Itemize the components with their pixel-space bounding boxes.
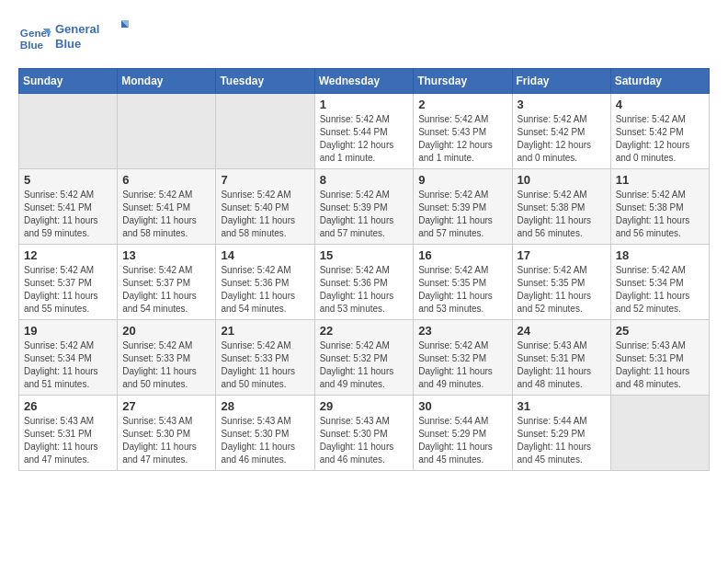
svg-text:Blue: Blue — [20, 39, 44, 51]
svg-text:General: General — [55, 22, 99, 36]
day-info: Sunrise: 5:42 AM Sunset: 5:39 PM Dayligh… — [418, 189, 506, 240]
calendar-cell: 29Sunrise: 5:43 AM Sunset: 5:30 PM Dayli… — [314, 396, 414, 471]
day-number: 11 — [616, 173, 704, 187]
calendar-cell — [216, 94, 314, 169]
calendar-cell — [610, 396, 709, 471]
day-number: 3 — [518, 98, 606, 111]
day-info: Sunrise: 5:42 AM Sunset: 5:34 PM Dayligh… — [24, 339, 112, 391]
day-number: 31 — [518, 399, 606, 413]
calendar-cell: 20Sunrise: 5:42 AM Sunset: 5:33 PM Dayli… — [118, 320, 216, 396]
day-info: Sunrise: 5:42 AM Sunset: 5:41 PM Dayligh… — [24, 189, 112, 240]
day-info: Sunrise: 5:42 AM Sunset: 5:39 PM Dayligh… — [320, 189, 409, 240]
day-number: 25 — [616, 324, 704, 338]
calendar-cell: 8Sunrise: 5:42 AM Sunset: 5:39 PM Daylig… — [314, 169, 414, 245]
calendar-cell: 24Sunrise: 5:43 AM Sunset: 5:31 PM Dayli… — [512, 320, 610, 396]
calendar-cell: 10Sunrise: 5:42 AM Sunset: 5:38 PM Dayli… — [512, 169, 610, 245]
day-number: 23 — [418, 324, 506, 338]
day-info: Sunrise: 5:42 AM Sunset: 5:37 PM Dayligh… — [24, 264, 112, 316]
calendar-week-row: 12Sunrise: 5:42 AM Sunset: 5:37 PM Dayli… — [19, 245, 710, 320]
calendar-week-row: 1Sunrise: 5:42 AM Sunset: 5:44 PM Daylig… — [19, 94, 710, 169]
day-number: 18 — [616, 248, 704, 262]
calendar-cell — [118, 94, 216, 169]
day-number: 1 — [320, 98, 409, 111]
day-number: 12 — [24, 248, 112, 262]
day-number: 13 — [122, 248, 210, 262]
day-info: Sunrise: 5:43 AM Sunset: 5:30 PM Dayligh… — [122, 415, 210, 466]
calendar-cell: 7Sunrise: 5:42 AM Sunset: 5:40 PM Daylig… — [216, 169, 314, 245]
calendar-cell: 31Sunrise: 5:44 AM Sunset: 5:29 PM Dayli… — [512, 396, 610, 471]
day-info: Sunrise: 5:43 AM Sunset: 5:30 PM Dayligh… — [320, 415, 409, 466]
calendar-cell: 25Sunrise: 5:43 AM Sunset: 5:31 PM Dayli… — [610, 320, 709, 396]
calendar-cell: 3Sunrise: 5:42 AM Sunset: 5:42 PM Daylig… — [512, 94, 610, 169]
calendar-cell: 28Sunrise: 5:43 AM Sunset: 5:30 PM Dayli… — [216, 396, 314, 471]
calendar-cell: 27Sunrise: 5:43 AM Sunset: 5:30 PM Dayli… — [118, 396, 216, 471]
day-info: Sunrise: 5:42 AM Sunset: 5:40 PM Dayligh… — [221, 189, 309, 240]
day-number: 9 — [418, 173, 506, 187]
day-info: Sunrise: 5:42 AM Sunset: 5:35 PM Dayligh… — [518, 264, 606, 316]
svg-text:General: General — [20, 27, 51, 39]
day-info: Sunrise: 5:43 AM Sunset: 5:31 PM Dayligh… — [616, 339, 704, 391]
day-info: Sunrise: 5:42 AM Sunset: 5:33 PM Dayligh… — [122, 339, 210, 391]
weekday-header-sunday: Sunday — [19, 69, 118, 94]
day-number: 17 — [518, 248, 606, 262]
logo-svg: General Blue — [55, 18, 129, 55]
day-info: Sunrise: 5:42 AM Sunset: 5:32 PM Dayligh… — [418, 339, 506, 391]
logo-icon: General Blue — [18, 22, 51, 55]
day-info: Sunrise: 5:42 AM Sunset: 5:33 PM Dayligh… — [221, 339, 309, 391]
day-info: Sunrise: 5:43 AM Sunset: 5:31 PM Dayligh… — [518, 339, 606, 391]
calendar-week-row: 26Sunrise: 5:43 AM Sunset: 5:31 PM Dayli… — [19, 396, 710, 471]
calendar-table: SundayMondayTuesdayWednesdayThursdayFrid… — [18, 68, 710, 471]
day-number: 22 — [320, 324, 409, 338]
day-info: Sunrise: 5:44 AM Sunset: 5:29 PM Dayligh… — [418, 415, 506, 466]
day-number: 14 — [221, 248, 309, 262]
calendar-cell: 30Sunrise: 5:44 AM Sunset: 5:29 PM Dayli… — [414, 396, 512, 471]
day-info: Sunrise: 5:42 AM Sunset: 5:41 PM Dayligh… — [122, 189, 210, 240]
calendar-cell: 17Sunrise: 5:42 AM Sunset: 5:35 PM Dayli… — [512, 245, 610, 320]
day-number: 15 — [320, 248, 409, 262]
day-info: Sunrise: 5:42 AM Sunset: 5:38 PM Dayligh… — [616, 189, 704, 240]
day-number: 10 — [518, 173, 606, 187]
day-info: Sunrise: 5:42 AM Sunset: 5:36 PM Dayligh… — [320, 264, 409, 316]
calendar-cell: 6Sunrise: 5:42 AM Sunset: 5:41 PM Daylig… — [118, 169, 216, 245]
day-number: 20 — [122, 324, 210, 338]
calendar-cell: 14Sunrise: 5:42 AM Sunset: 5:36 PM Dayli… — [216, 245, 314, 320]
day-number: 8 — [320, 173, 409, 187]
day-info: Sunrise: 5:42 AM Sunset: 5:38 PM Dayligh… — [518, 189, 606, 240]
calendar-cell: 19Sunrise: 5:42 AM Sunset: 5:34 PM Dayli… — [19, 320, 118, 396]
calendar-week-row: 19Sunrise: 5:42 AM Sunset: 5:34 PM Dayli… — [19, 320, 710, 396]
logo: General Blue General Blue — [18, 18, 129, 59]
weekday-header-tuesday: Tuesday — [216, 69, 314, 94]
day-number: 26 — [24, 399, 112, 413]
calendar-cell: 5Sunrise: 5:42 AM Sunset: 5:41 PM Daylig… — [19, 169, 118, 245]
day-number: 5 — [24, 173, 112, 187]
calendar-cell: 1Sunrise: 5:42 AM Sunset: 5:44 PM Daylig… — [314, 94, 414, 169]
day-info: Sunrise: 5:42 AM Sunset: 5:32 PM Dayligh… — [320, 339, 409, 391]
calendar-cell: 23Sunrise: 5:42 AM Sunset: 5:32 PM Dayli… — [414, 320, 512, 396]
day-number: 30 — [418, 399, 506, 413]
day-info: Sunrise: 5:44 AM Sunset: 5:29 PM Dayligh… — [518, 415, 606, 466]
day-info: Sunrise: 5:43 AM Sunset: 5:30 PM Dayligh… — [221, 415, 309, 466]
calendar-cell: 21Sunrise: 5:42 AM Sunset: 5:33 PM Dayli… — [216, 320, 314, 396]
day-info: Sunrise: 5:42 AM Sunset: 5:37 PM Dayligh… — [122, 264, 210, 316]
day-number: 27 — [122, 399, 210, 413]
calendar-cell: 16Sunrise: 5:42 AM Sunset: 5:35 PM Dayli… — [414, 245, 512, 320]
day-number: 24 — [518, 324, 606, 338]
day-info: Sunrise: 5:42 AM Sunset: 5:35 PM Dayligh… — [418, 264, 506, 316]
calendar-cell: 13Sunrise: 5:42 AM Sunset: 5:37 PM Dayli… — [118, 245, 216, 320]
day-number: 7 — [221, 173, 309, 187]
svg-text:Blue: Blue — [55, 37, 81, 51]
day-info: Sunrise: 5:43 AM Sunset: 5:31 PM Dayligh… — [24, 415, 112, 466]
calendar-cell: 9Sunrise: 5:42 AM Sunset: 5:39 PM Daylig… — [414, 169, 512, 245]
day-number: 21 — [221, 324, 309, 338]
calendar-cell: 26Sunrise: 5:43 AM Sunset: 5:31 PM Dayli… — [19, 396, 118, 471]
weekday-header-thursday: Thursday — [414, 69, 512, 94]
day-info: Sunrise: 5:42 AM Sunset: 5:42 PM Dayligh… — [518, 113, 606, 165]
day-number: 16 — [418, 248, 506, 262]
day-info: Sunrise: 5:42 AM Sunset: 5:34 PM Dayligh… — [616, 264, 704, 316]
day-info: Sunrise: 5:42 AM Sunset: 5:36 PM Dayligh… — [221, 264, 309, 316]
day-number: 28 — [221, 399, 309, 413]
day-number: 29 — [320, 399, 409, 413]
calendar-cell: 22Sunrise: 5:42 AM Sunset: 5:32 PM Dayli… — [314, 320, 414, 396]
calendar-cell: 2Sunrise: 5:42 AM Sunset: 5:43 PM Daylig… — [414, 94, 512, 169]
calendar-cell: 4Sunrise: 5:42 AM Sunset: 5:42 PM Daylig… — [610, 94, 709, 169]
